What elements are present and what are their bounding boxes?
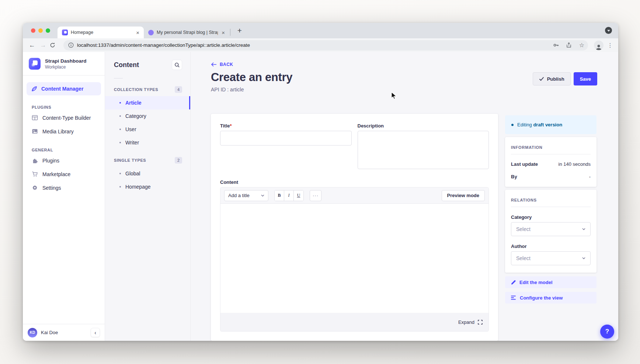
search-tabs-button[interactable] — [605, 27, 612, 34]
bullet-icon — [119, 142, 121, 143]
entry-form-card: Title* Description Content — [211, 114, 498, 341]
address-bar[interactable]: localhost:1337/admin/content-manager/col… — [63, 40, 588, 50]
help-button[interactable]: ? — [600, 325, 614, 339]
underline-button[interactable]: U — [294, 190, 303, 201]
sidebar-item-content-manager[interactable]: Content Manager — [27, 82, 101, 95]
url-text[interactable]: localhost:1337/admin/content-manager/col… — [77, 42, 548, 48]
by-row: By - — [511, 174, 591, 179]
new-tab-button[interactable]: + — [235, 26, 244, 35]
sidebar-user-row: KD Kai Doe ‹ — [23, 324, 105, 341]
entry-side-panel: Editing draft version INFORMATION Last u… — [505, 114, 596, 304]
sidebar-item-label: Media Library — [42, 129, 74, 134]
subnav-item-category[interactable]: Category — [105, 109, 190, 123]
bullet-icon — [119, 102, 121, 104]
subnav-item-article[interactable]: Article — [105, 96, 190, 109]
tab-separator — [230, 29, 230, 36]
bullet-icon — [119, 186, 121, 188]
back-link[interactable]: BACK — [220, 62, 233, 67]
editor-textarea[interactable] — [220, 204, 488, 313]
expand-icon[interactable] — [478, 320, 483, 325]
more-options-button[interactable]: ··· — [310, 190, 321, 201]
search-button[interactable] — [172, 60, 182, 70]
back-nav-button[interactable]: ← — [27, 42, 37, 49]
last-update-row: Last update in 140 seconds — [511, 161, 591, 167]
richtext-editor: Add a title B I U ··· Prev — [220, 187, 489, 332]
subnav-item-user[interactable]: User — [105, 123, 190, 136]
subnav-item-global[interactable]: Global — [105, 167, 190, 180]
title-field-group: Title* — [220, 123, 352, 171]
configure-view-button[interactable]: Configure the view — [505, 292, 596, 304]
close-tab-icon[interactable]: × — [135, 30, 140, 35]
text-style-group: B I U — [274, 190, 304, 201]
edit-model-button[interactable]: Edit the model — [505, 276, 596, 288]
italic-button[interactable]: I — [284, 190, 294, 201]
preview-mode-button[interactable]: Preview mode — [442, 190, 485, 201]
shopping-cart-icon — [32, 171, 38, 177]
image-icon — [32, 128, 38, 134]
reload-button[interactable] — [49, 42, 59, 48]
description-label: Description — [358, 123, 489, 129]
strapi-admin-page: Strapi Dashboard Workplace Content Manag… — [23, 52, 618, 341]
collection-types-count-badge: 4 — [175, 86, 182, 93]
editor-toolbar: Add a title B I U ··· Prev — [220, 188, 488, 204]
tab-strapi-blog[interactable]: My personal Strapi blog | Strap × — [144, 27, 229, 38]
tab-title: Homepage — [71, 30, 132, 35]
minimize-window-button[interactable] — [38, 28, 43, 33]
close-window-button[interactable] — [31, 28, 35, 33]
expand-label[interactable]: Expand — [458, 319, 474, 325]
author-select[interactable]: Select — [511, 251, 591, 265]
bookmark-star-icon[interactable]: ☆ — [577, 42, 587, 49]
sidebar-item-plugins[interactable]: Plugins — [23, 154, 105, 167]
check-icon — [539, 77, 544, 81]
gear-icon — [32, 185, 38, 191]
password-key-icon[interactable] — [551, 42, 561, 48]
feather-pen-icon — [31, 85, 38, 92]
tab-title: My personal Strapi blog | Strap — [157, 30, 218, 35]
relations-card: RELATIONS Category Select Author Select — [505, 190, 596, 273]
sidebar-item-media-library[interactable]: Media Library — [23, 125, 105, 138]
sidebar-item-label: Content-Type Builder — [42, 115, 91, 121]
page-title: Create an entry — [211, 71, 292, 84]
save-button[interactable]: Save — [574, 72, 597, 85]
sidebar-item-label: Plugins — [42, 158, 59, 164]
browser-profile-avatar[interactable] — [594, 41, 604, 50]
description-textarea[interactable] — [358, 131, 489, 169]
close-tab-icon[interactable]: × — [221, 30, 226, 35]
share-icon[interactable] — [564, 42, 574, 48]
sidebar-item-content-type-builder[interactable]: Content-Type Builder — [23, 111, 105, 125]
tab-homepage[interactable]: Homepage × — [58, 27, 144, 38]
collapse-sidebar-button[interactable]: ‹ — [91, 328, 100, 337]
subnav-item-label: Homepage — [125, 184, 151, 190]
brand-block[interactable]: Strapi Dashboard Workplace — [23, 52, 105, 75]
pencil-icon — [511, 280, 516, 285]
category-label: Category — [511, 214, 591, 220]
heading-select[interactable]: Add a title — [224, 190, 268, 201]
chevron-down-icon — [582, 228, 585, 230]
by-value: - — [589, 174, 591, 179]
publish-button[interactable]: Publish — [533, 72, 571, 85]
sidebar-item-marketplace[interactable]: Marketplace — [23, 167, 105, 181]
single-types-label: SINGLE TYPES — [114, 158, 146, 162]
subnav-item-writer[interactable]: Writer — [105, 136, 190, 149]
site-info-icon[interactable] — [68, 42, 74, 48]
forward-nav-button: → — [38, 42, 48, 49]
zoom-window-button[interactable] — [46, 28, 50, 33]
sidebar-item-settings[interactable]: Settings — [23, 181, 105, 195]
title-input[interactable] — [220, 131, 352, 146]
bullet-icon — [119, 173, 121, 174]
chevron-down-icon — [261, 195, 264, 197]
category-select[interactable]: Select — [511, 222, 591, 236]
browser-menu-icon[interactable]: ⋮ — [606, 42, 614, 49]
title-label: Title* — [220, 123, 352, 129]
avatar[interactable]: KD — [28, 328, 37, 337]
chevron-down-icon — [582, 257, 585, 259]
author-label: Author — [511, 244, 591, 249]
browser-toolbar: ← → localhost:1337/admin/content-manager… — [23, 38, 618, 52]
main-sidebar: Strapi Dashboard Workplace Content Manag… — [23, 52, 105, 341]
last-update-value: in 140 seconds — [559, 161, 591, 167]
sidebar-item-label: Settings — [42, 185, 61, 191]
bold-button[interactable]: B — [275, 190, 284, 201]
sidebar-item-label: Content Manager — [41, 86, 83, 92]
subnav-item-homepage[interactable]: Homepage — [105, 180, 190, 193]
status-dot-icon — [511, 124, 514, 126]
